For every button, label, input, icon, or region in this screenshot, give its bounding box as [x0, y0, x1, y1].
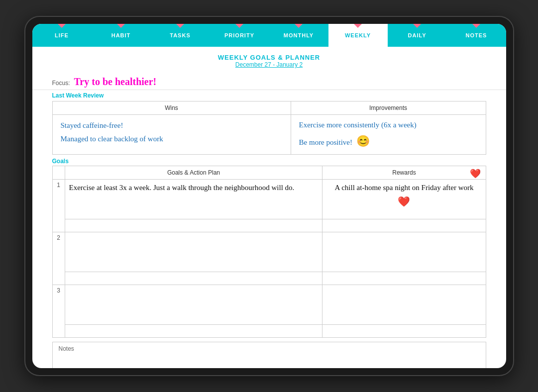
goals-section-header: Goals [32, 155, 506, 166]
reward-text-1: A chill at-home spa night on Friday afte… [326, 182, 481, 209]
device-frame: LIFE HABIT TASKS PRIORITY MONTHLY WEEKLY… [25, 17, 513, 375]
goals-action-header: Goals & Action Plan [65, 166, 323, 179]
improvements-header: Improvements [291, 101, 486, 115]
improvements-text: Exercise more consistently (6x a week)Be… [299, 121, 417, 146]
last-week-review-header: Last Week Review [32, 90, 506, 101]
goal-text-1: Exercise at least 3x a week. Just a walk… [69, 184, 295, 192]
notes-label: Notes [53, 342, 486, 355]
goal-subrow-3 [52, 324, 486, 337]
goal-row-3: 3 [52, 285, 486, 324]
sun-emoji: 😊 [356, 132, 370, 150]
tab-priority-label: PRIORITY [224, 32, 254, 38]
focus-label: Focus: [52, 80, 70, 87]
improvements-cell: Exercise more consistently (6x a week)Be… [291, 115, 486, 155]
heart-icon-reward: ❤️ [398, 196, 410, 207]
goal-action-3 [65, 285, 323, 324]
goal-num-2: 2 [52, 232, 65, 285]
tab-monthly-label: MONTHLY [284, 32, 314, 38]
goal-num-1: 1 [52, 179, 65, 232]
wins-header: Wins [52, 101, 291, 115]
win-2: Managed to clear backlog of work [61, 132, 283, 146]
page-header: WEEKLY GOALS & PLANNER December 27 - Jan… [32, 47, 506, 72]
goals-table: Goals & Action Plan Rewards ❤️ 1 Exercis… [52, 166, 486, 338]
main-content: WEEKLY GOALS & PLANNER December 27 - Jan… [32, 47, 506, 368]
goal-reward-1: A chill at-home spa night on Friday afte… [323, 179, 486, 219]
focus-row: Focus: Try to be healthier! [32, 72, 506, 90]
tab-weekly-label: WEEKLY [345, 32, 371, 38]
tab-daily[interactable]: DAILY [388, 24, 447, 47]
tab-tasks[interactable]: TASKS [151, 24, 210, 47]
tab-life[interactable]: LIFE [32, 24, 92, 47]
win-1: Stayed caffeine-free! [61, 119, 283, 132]
tab-notes-label: NOTES [466, 32, 487, 38]
goal-action-2 [65, 232, 323, 272]
goal-action-1: Exercise at least 3x a week. Just a walk… [65, 179, 323, 219]
goal-reward-3 [323, 285, 486, 324]
goal-row-1: 1 Exercise at least 3x a week. Just a wa… [52, 179, 486, 219]
page-subtitle[interactable]: December 27 - January 2 [32, 61, 506, 68]
tab-tasks-label: TASKS [170, 32, 190, 38]
notes-section: Notes [52, 342, 486, 368]
tab-priority[interactable]: PRIORITY [210, 24, 269, 47]
tab-life-label: LIFE [55, 32, 69, 38]
goal-row-2: 2 [52, 232, 486, 272]
goal-subrow-1 [52, 219, 486, 232]
goal-num-3: 3 [52, 285, 65, 337]
goal-subrow-2 [52, 272, 486, 285]
rewards-header: Rewards ❤️ [323, 166, 486, 179]
tab-habit-label: HABIT [111, 32, 131, 38]
wins-cell: Stayed caffeine-free! Managed to clear b… [52, 115, 291, 155]
tab-bar: LIFE HABIT TASKS PRIORITY MONTHLY WEEKLY… [32, 24, 506, 47]
focus-text: Try to be healthier! [74, 76, 157, 88]
tab-weekly[interactable]: WEEKLY [328, 24, 388, 47]
num-header [52, 166, 65, 179]
review-table: Wins Improvements Stayed caffeine-free! … [52, 101, 486, 155]
goal-reward-2 [323, 232, 486, 272]
tab-daily-label: DAILY [408, 32, 427, 38]
heart-icon-header: ❤️ [470, 168, 481, 179]
app-container: LIFE HABIT TASKS PRIORITY MONTHLY WEEKLY… [32, 24, 506, 368]
tab-notes[interactable]: NOTES [447, 24, 506, 47]
tab-monthly[interactable]: MONTHLY [269, 24, 328, 47]
page-title: WEEKLY GOALS & PLANNER [32, 54, 506, 61]
tab-habit[interactable]: HABIT [92, 24, 151, 47]
